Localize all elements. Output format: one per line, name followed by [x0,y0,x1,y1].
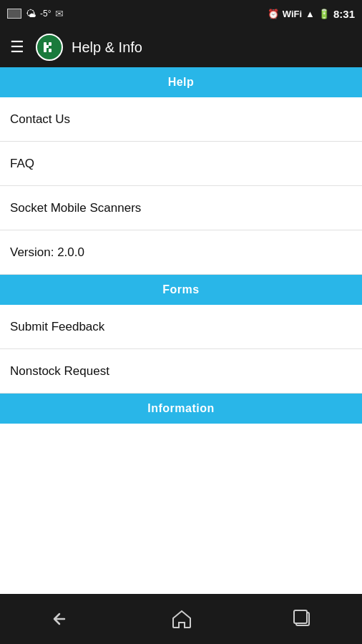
main-content: Help Contact Us FAQ Socket Mobile Scanne… [0,67,362,594]
svg-rect-4 [47,45,49,48]
email-icon: ✉ [55,8,64,19]
back-button[interactable] [33,605,89,633]
menu-item-nonstock-request[interactable]: Nonstock Request [0,349,362,394]
menu-item-socket-mobile-scanners-label: Socket Mobile Scanners [10,201,141,215]
home-button[interactable] [154,603,210,635]
svg-rect-2 [49,42,52,46]
help-section-title: Help [168,76,195,89]
menu-item-faq-label: FAQ [10,157,34,171]
svg-rect-1 [44,42,47,52]
menu-item-version: Version: 2.0.0 [0,230,362,275]
svg-point-0 [40,38,59,57]
status-bar-right: ⏰ WiFi ▲ 🔋 8:31 [268,8,355,20]
forms-section-header: Forms [0,275,362,305]
status-bar: 🌤 -5° ✉ ⏰ WiFi ▲ 🔋 8:31 [0,0,362,27]
menu-item-submit-feedback[interactable]: Submit Feedback [0,305,362,349]
svg-rect-3 [49,49,52,52]
help-section-header: Help [0,67,362,97]
thumbnail-icon [7,9,21,19]
temperature-text: -5° [40,9,51,19]
menu-item-faq[interactable]: FAQ [0,142,362,186]
wifi-icon: WiFi [283,9,302,19]
menu-item-socket-mobile-scanners[interactable]: Socket Mobile Scanners [0,186,362,230]
menu-item-nonstock-request-label: Nonstock Request [10,364,109,379]
information-section-header: Information [0,394,362,424]
alarm-icon: ⏰ [268,9,279,19]
menu-item-version-label: Version: 2.0.0 [10,245,84,260]
status-bar-left: 🌤 -5° ✉ [7,8,64,19]
app-logo [36,34,63,61]
nav-bar [0,594,362,644]
time-display: 8:31 [333,8,355,20]
information-section-title: Information [147,402,215,415]
signal-icon: ▲ [305,9,315,19]
app-bar: ☰ Help & Info [0,27,362,67]
menu-item-contact-us[interactable]: Contact Us [0,97,362,142]
weather-icon: 🌤 [26,8,36,19]
battery-icon: 🔋 [318,9,330,19]
menu-item-submit-feedback-label: Submit Feedback [10,320,104,334]
forms-section-title: Forms [162,283,199,296]
app-title: Help & Info [72,39,142,56]
recents-button[interactable] [275,604,329,634]
menu-item-contact-us-label: Contact Us [10,112,70,127]
empty-content-area [0,424,362,594]
hamburger-menu-button[interactable]: ☰ [7,35,27,59]
svg-rect-6 [294,610,307,623]
